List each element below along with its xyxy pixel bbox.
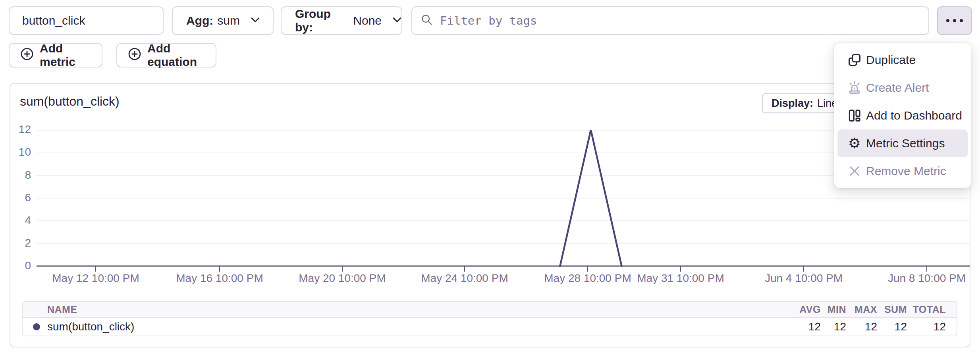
group-by-label: Group by: [295, 7, 349, 34]
cell-sum: 12 [877, 320, 907, 333]
table-row[interactable]: sum(button_click) 12 12 12 12 12 [23, 318, 957, 336]
series-color-dot [33, 323, 40, 330]
agg-dropdown[interactable]: Agg: sum [172, 6, 274, 35]
col-header-max: MAX [846, 304, 877, 315]
x-tick-label: Jun 8 10:00 PM [877, 272, 976, 285]
metric-name-input[interactable]: button_click [9, 6, 164, 35]
search-icon [420, 13, 434, 28]
chevron-down-icon [251, 17, 260, 24]
metric-chart-panel: sum(button_click) Display: Line 12 10 8 … [10, 83, 970, 347]
menu-item-label: Add to Dashboard [866, 109, 962, 122]
add-equation-label: Add equation [147, 42, 205, 69]
x-tick-label: Jun 4 10:00 PM [754, 272, 853, 285]
col-header-avg: AVG [769, 304, 821, 315]
line-chart-plot [37, 130, 970, 273]
filter-by-tags-input[interactable]: Filter by tags [411, 6, 929, 35]
alert-siren-icon [847, 80, 862, 95]
filter-placeholder: Filter by tags [440, 14, 537, 27]
y-tick-label: 12 [10, 123, 31, 136]
col-header-total: TOTAL [907, 304, 957, 315]
agg-value: sum [217, 14, 240, 27]
x-tick-label: May 31 10:00 PM [631, 272, 730, 285]
x-tick-label: May 12 10:00 PM [46, 272, 145, 285]
y-tick-label: 8 [10, 169, 31, 181]
gridlines [37, 130, 970, 243]
add-metric-label: Add metric [40, 42, 91, 69]
cell-max: 12 [846, 320, 877, 333]
y-tick-label: 2 [10, 237, 31, 249]
series-name: sum(button_click) [47, 320, 134, 333]
col-header-sum: SUM [877, 304, 907, 315]
y-tick-label: 0 [10, 259, 31, 272]
add-metric-button[interactable]: Add metric [9, 43, 102, 68]
x-tick-label: May 20 10:00 PM [293, 272, 392, 285]
chart-title: sum(button_click) [20, 94, 120, 109]
menu-item-label: Create Alert [866, 81, 929, 95]
remove-x-icon [847, 164, 862, 179]
plus-circle-icon [20, 47, 34, 64]
metric-name-value: button_click [22, 14, 85, 27]
x-axis-ticks [96, 266, 927, 272]
plus-circle-icon [127, 47, 142, 64]
menu-item-add-to-dashboard[interactable]: Add to Dashboard [837, 102, 968, 129]
menu-item-remove-metric: Remove Metric [837, 157, 968, 185]
metrics-explorer: button_click Agg: sum Group by: None Fil… [0, 0, 980, 355]
cell-min: 12 [821, 320, 846, 333]
menu-item-label: Duplicate [866, 53, 916, 67]
cell-avg: 12 [769, 320, 821, 333]
menu-item-create-alert: Create Alert [837, 74, 968, 102]
menu-item-label: Metric Settings [866, 137, 945, 150]
gear-icon: ⚙ [847, 136, 862, 151]
menu-item-label: Remove Metric [866, 164, 946, 178]
x-tick-label: May 16 10:00 PM [170, 272, 269, 285]
y-tick-label: 4 [10, 214, 31, 227]
ellipsis-icon [946, 19, 949, 22]
col-header-min: MIN [821, 304, 846, 315]
menu-item-metric-settings[interactable]: ⚙ Metric Settings [837, 129, 968, 157]
col-header-name: NAME [23, 304, 769, 315]
group-by-value: None [353, 14, 382, 27]
summary-table-header: NAME AVG MIN MAX SUM TOTAL [23, 302, 957, 318]
more-options-button[interactable] [937, 6, 972, 35]
display-label: Display: [772, 97, 813, 110]
duplicate-icon [847, 52, 862, 68]
context-menu: Duplicate Create Alert Add [834, 42, 971, 188]
group-by-dropdown[interactable]: Group by: None [281, 6, 402, 35]
y-tick-label: 10 [10, 146, 31, 158]
menu-item-duplicate[interactable]: Duplicate [837, 46, 968, 74]
cell-total: 12 [907, 320, 957, 333]
x-tick-label: May 28 10:00 PM [538, 272, 637, 285]
add-equation-button[interactable]: Add equation [116, 43, 216, 68]
x-tick-label: May 24 10:00 PM [415, 272, 514, 285]
y-tick-label: 6 [10, 191, 31, 204]
dashboard-icon [847, 108, 862, 123]
agg-label: Agg: [186, 14, 213, 27]
chevron-down-icon [393, 17, 401, 24]
series-summary-table: NAME AVG MIN MAX SUM TOTAL sum(button_cl… [22, 301, 957, 336]
